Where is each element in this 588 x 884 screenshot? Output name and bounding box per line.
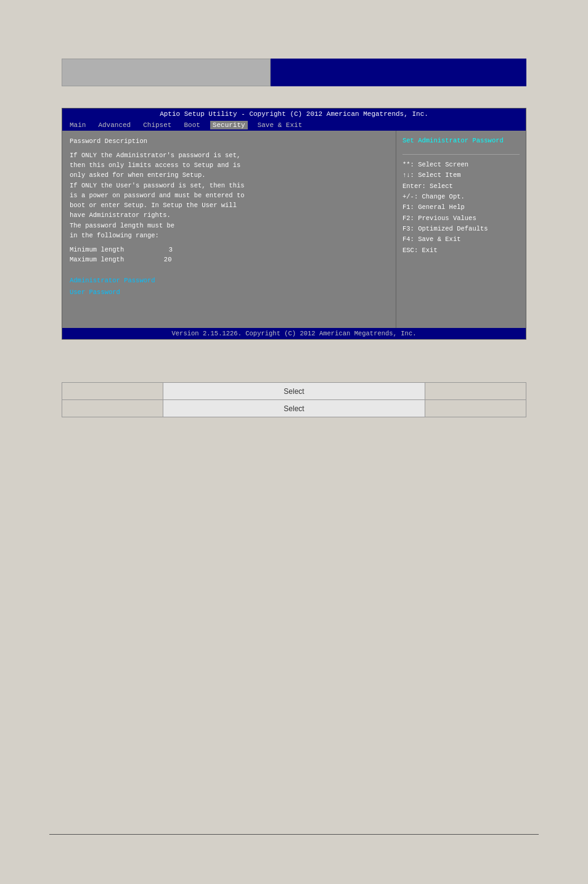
bios-content: Password Description If ONLY the Adminis… [62, 131, 526, 328]
bios-left-panel: Password Description If ONLY the Adminis… [62, 131, 396, 328]
right-panel-divider [402, 154, 520, 155]
top-header [62, 59, 526, 86]
menu-chipset[interactable]: Chipset [141, 121, 174, 129]
table-cell-col1-row1 [62, 383, 163, 400]
header-right-bar [271, 59, 526, 86]
data-table: Select Select [62, 382, 526, 417]
password-description: If ONLY the Administrator's password is … [70, 150, 388, 240]
bios-window: Aptio Setup Utility - Copyright (C) 2012… [62, 108, 526, 340]
menu-advanced[interactable]: Advanced [96, 121, 133, 129]
table-section: Select Select [62, 382, 526, 417]
bios-version: Version 2.15.1226. Copyright (C) 2012 Am… [62, 328, 526, 339]
max-length-row: Maximum length 20 [70, 255, 388, 265]
table-cell-col1-row2 [62, 400, 163, 417]
bios-right-panel: Set Administrator Password **: Select Sc… [396, 131, 526, 328]
table-row: Select [62, 383, 526, 400]
table-cell-col2-row1[interactable]: Select [163, 383, 425, 400]
table-cell-col3-row1 [425, 383, 526, 400]
password-links: Administrator Password User Password [70, 275, 388, 298]
menu-save-exit[interactable]: Save & Exit [255, 121, 305, 129]
menu-main[interactable]: Main [67, 121, 88, 129]
table-row: Select [62, 400, 526, 417]
section-title: Password Description [70, 137, 388, 147]
table-cell-col3-row2 [425, 400, 526, 417]
user-password-link[interactable]: User Password [70, 287, 388, 298]
admin-password-link[interactable]: Administrator Password [70, 275, 388, 287]
min-length-row: Minimum length 3 [70, 245, 388, 255]
right-panel-title: Set Administrator Password [402, 137, 520, 144]
bios-menubar: Main Advanced Chipset Boot Security Save… [62, 120, 526, 131]
bios-title: Aptio Setup Utility - Copyright (C) 2012… [62, 108, 526, 120]
bottom-separator [49, 834, 539, 835]
help-text: **: Select Screen ↑↓: Select Item Enter:… [402, 160, 520, 256]
header-left-bar [62, 59, 271, 86]
menu-boot[interactable]: Boot [181, 121, 202, 129]
menu-security[interactable]: Security [210, 121, 248, 129]
table-cell-col2-row2[interactable]: Select [163, 400, 425, 417]
